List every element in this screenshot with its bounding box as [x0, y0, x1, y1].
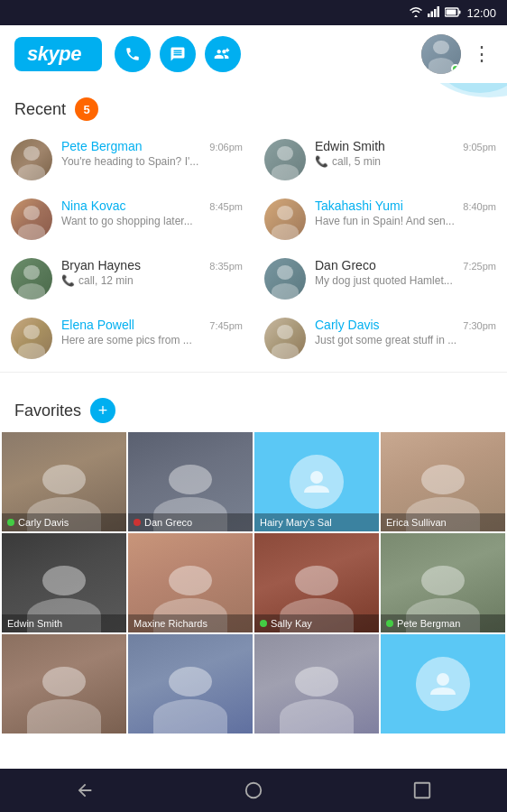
avatar-bryan	[11, 258, 52, 300]
main-content: Recent 5 Pete Bergman 9:06pm You're head…	[0, 83, 507, 776]
avatar-carly	[264, 318, 306, 359]
favorites-grid: Carly Davis Dan Greco	[0, 432, 507, 734]
back-button[interactable]	[58, 772, 112, 808]
recent-name-dan: Dan Greco	[315, 258, 376, 272]
fav-item-hairy-mary[interactable]: Hairy Mary's Sal	[254, 432, 379, 531]
recent-info-nina: Nina Kovac 8:45pm Want to go shopping la…	[61, 198, 243, 227]
recent-preview-carly: Just got some great stuff in ...	[315, 334, 496, 346]
user-avatar-header[interactable]	[421, 34, 461, 74]
home-button[interactable]	[226, 772, 281, 808]
fav-photo-row3c	[254, 634, 379, 734]
fav-photo-row3a	[2, 634, 126, 734]
svg-point-11	[437, 673, 449, 686]
fav-item-erica[interactable]: Erica Sullivan	[381, 432, 505, 531]
recent-item-elena[interactable]: Elena Powell 7:45pm Here are some pics f…	[0, 309, 254, 368]
recent-preview-pete: You're heading to Spain? I'...	[61, 155, 243, 168]
fav-photo-row3b	[128, 634, 253, 734]
logo-tm: ™	[83, 47, 90, 55]
recent-preview-bryan: 📞 call, 12 min	[61, 274, 243, 287]
recent-time-carly: 7:30pm	[463, 320, 496, 331]
recent-info-dan: Dan Greco 7:25pm My dog just quoted Haml…	[315, 258, 496, 287]
fav-label-carly: Carly Davis	[2, 513, 126, 531]
recent-item-pete[interactable]: Pete Bergman 9:06pm You're heading to Sp…	[0, 130, 254, 189]
svg-rect-2	[434, 9, 437, 17]
fav-placeholder-hairy	[290, 455, 344, 509]
recent-preview-elena: Here are some pics from ...	[61, 334, 243, 346]
recent-item-edwin[interactable]: Edwin Smith 9:05pm 📞 call, 5 min	[254, 130, 507, 189]
recent-item-bryan[interactable]: Bryan Haynes 8:35pm 📞 call, 12 min	[0, 249, 254, 309]
status-icons	[409, 5, 461, 21]
recent-time-taka: 8:40pm	[463, 201, 496, 212]
recent-name-elena: Elena Powell	[61, 318, 134, 332]
call-icon-small: 📞	[315, 155, 328, 168]
recent-name-nina: Nina Kovac	[61, 198, 126, 213]
recent-info-pete: Pete Bergman 9:06pm You're heading to Sp…	[61, 139, 243, 168]
status-time: 12:00	[466, 6, 496, 20]
recent-preview-dan: My dog just quoted Hamlet...	[315, 274, 496, 287]
svg-point-10	[310, 471, 323, 484]
recent-list: Pete Bergman 9:06pm You're heading to Sp…	[0, 130, 507, 368]
battery-icon	[445, 5, 461, 21]
fav-label-erica: Erica Sullivan	[381, 513, 505, 531]
online-dot-carly	[7, 519, 14, 526]
avatar-pete	[11, 139, 52, 180]
favorites-title: Favorites	[14, 401, 81, 420]
fav-item-maxine[interactable]: Maxine Richards	[128, 533, 253, 632]
avatar-elena	[11, 318, 52, 359]
fav-item-bergman[interactable]: Pete Bergman	[381, 533, 505, 632]
fav-item-edwin-fav[interactable]: Edwin Smith	[2, 533, 126, 632]
svg-rect-13	[415, 783, 430, 798]
recent-item-dan[interactable]: Dan Greco 7:25pm My dog just quoted Haml…	[254, 249, 507, 309]
recent-item-taka[interactable]: Takahashi Yumi 8:40pm Have fun in Spain!…	[254, 189, 507, 249]
wifi-icon	[409, 5, 423, 21]
fav-item-row3c[interactable]	[254, 634, 379, 734]
skype-logo-text: skype™	[14, 37, 102, 71]
recent-item-carly[interactable]: Carly Davis 7:30pm Just got some great s…	[254, 309, 507, 368]
recent-preview-edwin: 📞 call, 5 min	[315, 155, 496, 168]
avatar-taka	[264, 198, 306, 240]
more-options-button[interactable]: ⋮	[472, 42, 493, 66]
recent-badge: 5	[75, 97, 98, 121]
recent-item-nina[interactable]: Nina Kovac 8:45pm Want to go shopping la…	[0, 189, 254, 249]
call-button[interactable]	[115, 36, 151, 72]
signal-icon	[428, 5, 440, 21]
favorites-section: Favorites + Carly Davis	[0, 376, 507, 734]
recent-time-pete: 9:06pm	[209, 142, 243, 152]
skype-logo: skype™	[14, 37, 102, 71]
header: skype™ ⋮	[0, 25, 507, 83]
recent-info-bryan: Bryan Haynes 8:35pm 📞 call, 12 min	[61, 258, 243, 287]
chat-button[interactable]	[160, 36, 196, 72]
fav-label-maxine: Maxine Richards	[128, 614, 253, 632]
fav-item-row3b[interactable]	[128, 634, 253, 734]
add-contact-button[interactable]	[205, 36, 241, 72]
online-dot-sally	[260, 620, 267, 627]
recent-name-pete: Pete Bergman	[61, 139, 143, 153]
status-bar: 12:00	[0, 0, 507, 25]
svg-rect-3	[438, 6, 440, 17]
recent-time-edwin: 9:05pm	[463, 142, 496, 152]
recent-name-bryan: Bryan Haynes	[61, 258, 141, 272]
recents-button[interactable]	[395, 772, 449, 808]
recent-title: Recent	[14, 100, 66, 119]
fav-label-hairy: Hairy Mary's Sal	[254, 513, 379, 531]
recent-preview-taka: Have fun in Spain! And sen...	[315, 215, 496, 227]
recent-info-carly: Carly Davis 7:30pm Just got some great s…	[315, 318, 496, 346]
fav-item-row3d[interactable]	[381, 634, 505, 734]
online-dot-dan	[134, 519, 141, 526]
avatar-edwin	[264, 139, 306, 180]
recent-preview-nina: Want to go shopping later...	[61, 215, 243, 227]
fav-item-dan[interactable]: Dan Greco	[128, 432, 253, 531]
fav-item-sally[interactable]: Sally Kay	[254, 533, 379, 632]
logo-word: skype	[27, 42, 81, 65]
recent-time-elena: 7:45pm	[209, 320, 243, 331]
fav-item-carly[interactable]: Carly Davis	[2, 432, 126, 531]
recent-name-edwin: Edwin Smith	[315, 139, 385, 153]
recent-name-carly: Carly Davis	[315, 318, 380, 332]
recent-section-header: Recent 5	[0, 83, 507, 130]
fav-item-row3a[interactable]	[2, 634, 126, 734]
avatar-nina	[11, 198, 52, 240]
add-favorite-button[interactable]: +	[90, 398, 115, 423]
bottom-nav	[0, 769, 507, 812]
recent-info-elena: Elena Powell 7:45pm Here are some pics f…	[61, 318, 243, 346]
svg-rect-6	[447, 10, 456, 15]
